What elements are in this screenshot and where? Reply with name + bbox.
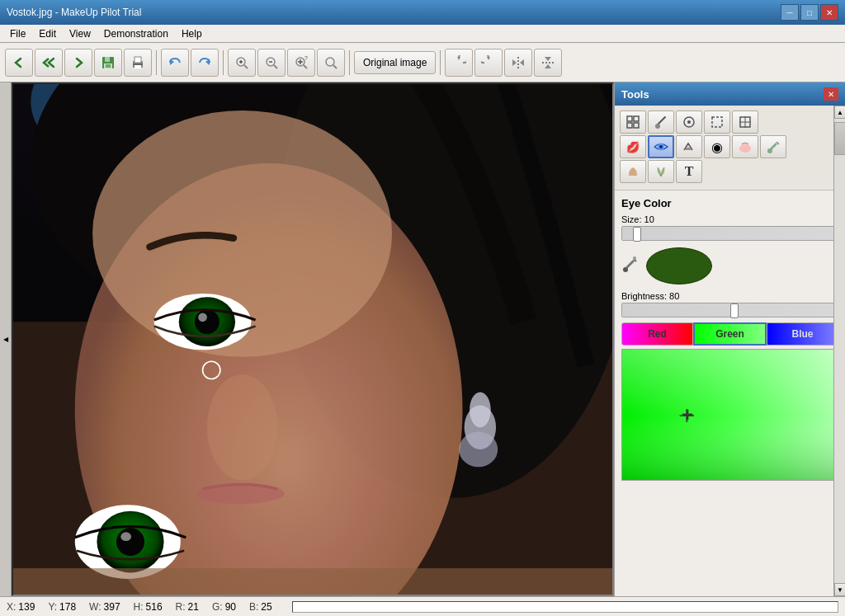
- scrollbar-thumb[interactable]: [834, 122, 845, 155]
- svg-rect-56: [13, 568, 612, 595]
- toolbar-separator-3: [349, 50, 350, 75]
- svg-rect-6: [133, 63, 143, 65]
- h-value: 516: [146, 601, 163, 613]
- svg-point-63: [687, 120, 691, 124]
- status-x: X: 139: [7, 601, 35, 613]
- svg-rect-60: [634, 123, 639, 128]
- r-value: 21: [188, 601, 199, 613]
- tool-eyedrop[interactable]: [760, 135, 786, 158]
- svg-rect-7: [135, 65, 141, 68]
- tool-feather[interactable]: [648, 160, 674, 183]
- tools-row-1: [620, 111, 840, 134]
- tool-rect-select[interactable]: [704, 111, 730, 134]
- title-bar: Vostok.jpg - MakeUp Pilot Trial ─ □ ✕: [0, 0, 845, 25]
- zoom-fit-button[interactable]: ?: [287, 49, 315, 77]
- x-value: 139: [18, 601, 35, 613]
- svg-line-15: [274, 65, 277, 68]
- flip-v-button[interactable]: [534, 49, 562, 77]
- color-canvas[interactable]: [622, 350, 838, 481]
- minimize-button[interactable]: ─: [781, 4, 799, 21]
- status-b: B: 25: [249, 601, 272, 613]
- zoom-out-button[interactable]: [257, 49, 286, 77]
- left-scroll-arrow[interactable]: ◀: [0, 82, 12, 596]
- menu-help[interactable]: Help: [175, 26, 209, 41]
- tool-text[interactable]: T: [676, 160, 702, 183]
- color-picker[interactable]: ✛: [621, 349, 838, 481]
- tool-grid[interactable]: [620, 111, 646, 134]
- svg-point-44: [195, 309, 220, 334]
- svg-line-18: [304, 65, 307, 68]
- rotate-cw-button[interactable]: [474, 49, 503, 77]
- svg-rect-57: [627, 116, 632, 121]
- print-button[interactable]: [124, 49, 152, 77]
- color-swatch[interactable]: [646, 247, 712, 284]
- svg-rect-1: [105, 57, 110, 62]
- tools-close-button[interactable]: ✕: [824, 87, 838, 101]
- tab-red[interactable]: Red: [621, 322, 693, 346]
- close-button[interactable]: ✕: [820, 4, 838, 21]
- eyedropper-tool[interactable]: [621, 255, 640, 277]
- nav-forward-button[interactable]: [64, 49, 92, 77]
- r-label: R:: [176, 601, 186, 613]
- svg-rect-58: [634, 116, 639, 121]
- tools-title: Tools: [621, 88, 649, 101]
- size-thumb[interactable]: [633, 227, 641, 242]
- nav-back2-button[interactable]: [35, 49, 63, 77]
- original-image-button[interactable]: Original image: [354, 51, 436, 74]
- svg-text:?: ?: [304, 55, 308, 61]
- svg-point-69: [659, 145, 663, 148]
- x-label: X:: [7, 601, 16, 613]
- menu-file[interactable]: File: [3, 26, 32, 41]
- svg-line-11: [244, 65, 248, 68]
- brightness-thumb[interactable]: [730, 303, 739, 318]
- status-y: Y: 178: [48, 601, 76, 613]
- menu-bar: File Edit View Demonstration Help: [0, 25, 845, 43]
- tool-eye[interactable]: [648, 135, 674, 158]
- zoom-custom-button[interactable]: [317, 49, 345, 77]
- svg-rect-5: [135, 57, 141, 63]
- scroll-up-button[interactable]: ▲: [834, 106, 845, 119]
- title-controls: ─ □ ✕: [781, 4, 838, 21]
- size-label: Size: 10: [621, 214, 838, 224]
- image-canvas[interactable]: [12, 82, 614, 596]
- tool-brow[interactable]: [676, 135, 702, 158]
- scroll-down-button[interactable]: ▼: [834, 583, 845, 596]
- redo-button[interactable]: [191, 49, 219, 77]
- tab-green[interactable]: Green: [693, 322, 767, 346]
- tools-panel: Tools ✕: [614, 82, 845, 596]
- menu-view[interactable]: View: [63, 26, 97, 41]
- flip-h-button[interactable]: [504, 49, 532, 77]
- svg-marker-29: [520, 59, 524, 66]
- brightness-slider[interactable]: [621, 303, 838, 317]
- zoom-in-button[interactable]: [228, 49, 256, 77]
- tool-skin[interactable]: [620, 160, 646, 183]
- tool-blush[interactable]: [732, 135, 758, 158]
- tool-lips[interactable]: 💋: [620, 135, 646, 158]
- tool-brush[interactable]: [648, 111, 674, 134]
- svg-point-70: [739, 144, 751, 153]
- size-slider[interactable]: [621, 226, 838, 241]
- maximize-button[interactable]: □: [800, 4, 819, 21]
- nav-back-button[interactable]: [5, 49, 33, 77]
- toolbar-separator-4: [440, 50, 441, 75]
- svg-point-48: [196, 483, 285, 505]
- svg-line-23: [333, 65, 337, 68]
- toolbar-separator-1: [156, 50, 157, 75]
- svg-point-51: [116, 528, 144, 556]
- color-preview-row: [621, 247, 838, 284]
- h-label: H:: [134, 601, 144, 613]
- menu-demonstration[interactable]: Demonstration: [97, 26, 175, 41]
- b-label: B:: [249, 601, 258, 613]
- undo-button[interactable]: [161, 49, 189, 77]
- tab-blue[interactable]: Blue: [767, 322, 838, 346]
- svg-rect-3: [106, 64, 111, 68]
- tools-icons-area: 💋 ◉: [615, 106, 845, 190]
- tool-shadow[interactable]: ◉: [704, 135, 730, 158]
- svg-marker-26: [487, 57, 490, 60]
- menu-edit[interactable]: Edit: [32, 26, 63, 41]
- tool-circle-select[interactable]: [676, 111, 702, 134]
- save-button[interactable]: [94, 49, 122, 77]
- rotate-ccw-button[interactable]: [445, 49, 473, 77]
- svg-point-52: [120, 532, 131, 541]
- tool-grid2[interactable]: [732, 111, 758, 134]
